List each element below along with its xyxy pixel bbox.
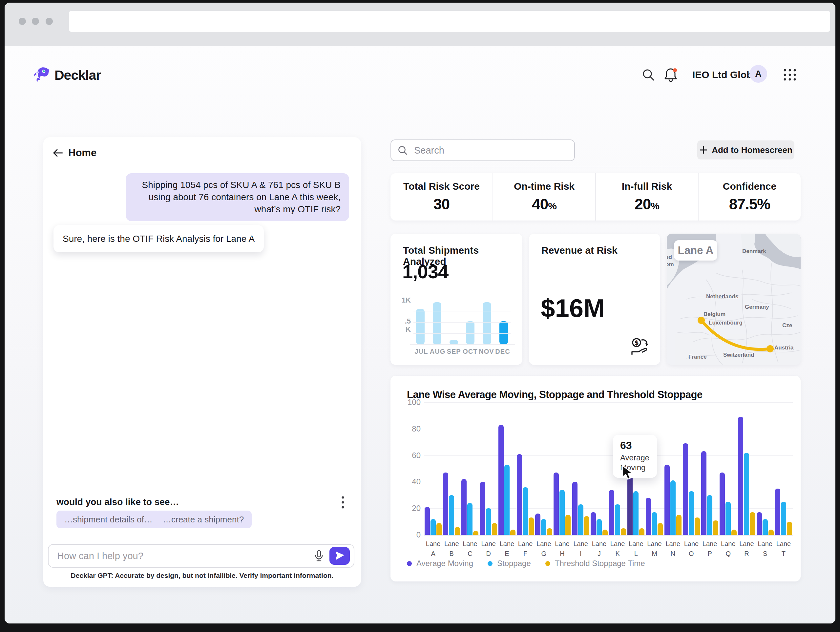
bar-threshold-stoppage-time-lane-d[interactable]	[492, 523, 497, 535]
bar-threshold-stoppage-time-lane-r[interactable]	[750, 512, 755, 535]
bar-average-moving-lane-c[interactable]	[461, 479, 467, 535]
bar-threshold-stoppage-time-lane-a[interactable]	[436, 523, 442, 535]
bar-threshold-stoppage-time-lane-t[interactable]	[787, 522, 792, 535]
bar-stoppage-lane-e[interactable]	[504, 465, 510, 535]
bar-stoppage-lane-h[interactable]	[559, 490, 565, 535]
mini-bar-nov[interactable]	[483, 302, 491, 344]
bar-average-moving-lane-d[interactable]	[480, 482, 485, 535]
bar-threshold-stoppage-time-lane-c[interactable]	[473, 531, 478, 535]
bar-threshold-stoppage-time-lane-q[interactable]	[731, 529, 737, 535]
bar-threshold-stoppage-time-lane-o[interactable]	[695, 517, 700, 535]
bar-stoppage-lane-t[interactable]	[781, 502, 786, 535]
bar-threshold-stoppage-time-lane-k[interactable]	[621, 528, 626, 535]
bar-stoppage-lane-d[interactable]	[486, 508, 491, 535]
route-destination-dot	[766, 345, 774, 352]
bar-threshold-stoppage-time-lane-b[interactable]	[455, 527, 460, 535]
chat-input-container	[48, 544, 354, 568]
bar-average-moving-lane-t[interactable]	[775, 488, 780, 535]
metric-confidence: Confidence 87.5%	[698, 173, 801, 221]
back-home-button[interactable]: Home	[52, 147, 96, 159]
bar-stoppage-lane-g[interactable]	[541, 519, 546, 535]
lane-wise-chart-card: Lane Wise Average Moving, Stoppage and T…	[390, 376, 801, 581]
metric-value: 30	[433, 195, 450, 213]
search-icon[interactable]	[641, 67, 656, 83]
bar-average-moving-lane-o[interactable]	[683, 443, 688, 535]
notification-dot	[673, 68, 677, 72]
bar-stoppage-lane-c[interactable]	[467, 503, 472, 535]
bar-stoppage-lane-b[interactable]	[449, 495, 454, 535]
mini-grid-line	[414, 322, 510, 322]
suggestion-chip-shipment-details[interactable]: …shipment details of…	[57, 510, 161, 528]
legend-item-stoppage[interactable]: Stoppage	[488, 559, 531, 568]
bar-stoppage-lane-m[interactable]	[652, 512, 657, 535]
bar-average-moving-lane-m[interactable]	[646, 498, 651, 535]
bar-threshold-stoppage-time-lane-p[interactable]	[713, 520, 718, 535]
dashboard-search-input[interactable]	[414, 145, 558, 156]
bar-stoppage-lane-f[interactable]	[523, 487, 528, 535]
window-zoom-button[interactable]	[46, 18, 53, 25]
window-minimize-button[interactable]	[32, 18, 39, 25]
bar-average-moving-lane-b[interactable]	[443, 472, 448, 535]
decklar-logo[interactable]: Decklar	[33, 66, 101, 85]
bar-stoppage-lane-k[interactable]	[615, 504, 620, 535]
svg-text:$: $	[634, 339, 638, 346]
microphone-icon[interactable]	[313, 549, 325, 562]
bar-stoppage-lane-q[interactable]	[725, 502, 731, 535]
send-button[interactable]	[330, 547, 350, 565]
bar-stoppage-lane-l[interactable]	[633, 491, 638, 535]
mini-bar-dec[interactable]	[499, 321, 508, 344]
notifications-bell-icon[interactable]	[662, 66, 679, 83]
bar-threshold-stoppage-time-lane-h[interactable]	[565, 515, 571, 535]
bar-average-moving-lane-g[interactable]	[535, 514, 540, 535]
bar-stoppage-lane-n[interactable]	[670, 480, 676, 535]
bar-threshold-stoppage-time-lane-i[interactable]	[584, 516, 589, 535]
url-bar[interactable]	[69, 11, 830, 32]
bar-average-moving-lane-q[interactable]	[720, 472, 725, 535]
bar-average-moving-lane-i[interactable]	[572, 482, 578, 535]
bar-stoppage-lane-p[interactable]	[707, 495, 712, 535]
bar-stoppage-lane-j[interactable]	[597, 519, 602, 535]
mini-bar-aug[interactable]	[433, 302, 441, 344]
bar-average-moving-lane-s[interactable]	[757, 512, 762, 535]
bar-stoppage-lane-o[interactable]	[689, 491, 694, 535]
bar-threshold-stoppage-time-lane-l[interactable]	[639, 528, 644, 535]
bar-stoppage-lane-i[interactable]	[578, 504, 583, 535]
bar-threshold-stoppage-time-lane-m[interactable]	[658, 523, 663, 535]
bar-stoppage-lane-r[interactable]	[744, 453, 749, 535]
add-to-homescreen-button[interactable]: Add to Homescreen	[697, 141, 794, 160]
bar-average-moving-lane-e[interactable]	[499, 425, 504, 535]
bar-threshold-stoppage-time-lane-j[interactable]	[602, 529, 608, 535]
bar-average-moving-lane-h[interactable]	[554, 472, 559, 535]
legend-label: Threshold Stoppage Time	[555, 559, 645, 568]
bar-average-moving-lane-p[interactable]	[701, 451, 706, 535]
bar-threshold-stoppage-time-lane-g[interactable]	[547, 528, 552, 535]
suggestion-chip-create-shipment[interactable]: …create a shipment?	[155, 510, 252, 528]
user-avatar[interactable]: A	[750, 65, 767, 83]
bar-stoppage-lane-a[interactable]	[431, 519, 436, 535]
lane-label-chip[interactable]: Lane A	[674, 240, 717, 261]
bar-average-moving-lane-k[interactable]	[609, 490, 614, 535]
app-grid-icon[interactable]	[782, 67, 798, 83]
legend-item-average-moving[interactable]: Average Moving	[407, 559, 473, 568]
xlabel-lane-f: LaneF	[516, 539, 535, 558]
bar-average-moving-lane-f[interactable]	[517, 454, 522, 535]
kebab-menu-icon[interactable]	[339, 495, 347, 510]
risk-metrics-card: Total Risk Score 30 On-time Risk 40% In-…	[390, 173, 801, 221]
bar-average-moving-lane-a[interactable]	[425, 507, 430, 535]
mini-bar-jul[interactable]	[416, 309, 425, 344]
bar-threshold-stoppage-time-lane-f[interactable]	[529, 517, 534, 535]
lane-map-card[interactable]: Lane A DenmarkNetherlandsGermanyBelgiumL…	[667, 234, 801, 365]
mini-bar-oct[interactable]	[466, 321, 474, 344]
bar-threshold-stoppage-time-lane-s[interactable]	[769, 529, 774, 535]
bar-threshold-stoppage-time-lane-n[interactable]	[676, 515, 682, 535]
legend-item-threshold-stoppage-time[interactable]: Threshold Stoppage Time	[545, 559, 645, 568]
xlabel-lane-h: LaneH	[553, 539, 571, 558]
bar-average-moving-lane-r[interactable]	[738, 417, 743, 535]
bar-average-moving-lane-j[interactable]	[591, 512, 596, 535]
chat-input[interactable]	[49, 545, 317, 567]
bar-average-moving-lane-n[interactable]	[665, 465, 670, 535]
bar-stoppage-lane-s[interactable]	[763, 519, 768, 535]
bar-threshold-stoppage-time-lane-e[interactable]	[510, 529, 515, 535]
lane-group-lane-g	[535, 402, 553, 535]
window-close-button[interactable]	[19, 18, 26, 25]
